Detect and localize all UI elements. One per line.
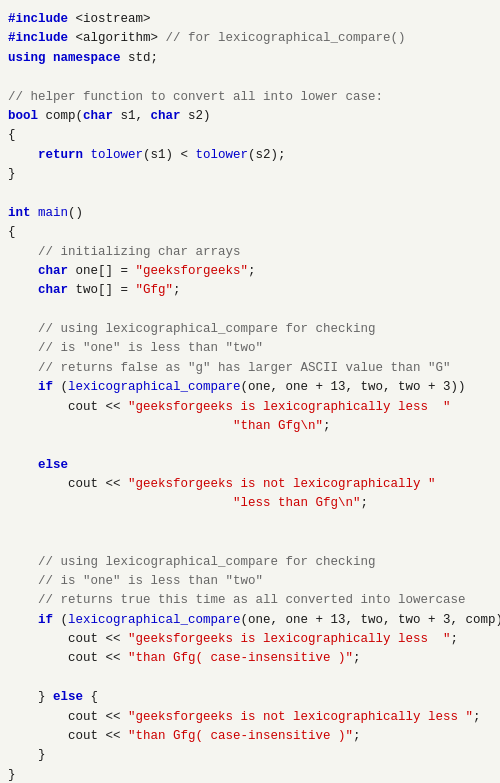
code-line: cout << "than Gfg( case-insensitive )"; bbox=[8, 649, 492, 668]
code-container: #include <iostream> #include <algorithm>… bbox=[0, 0, 500, 783]
code-line-empty bbox=[8, 301, 492, 320]
code-line: int main() bbox=[8, 204, 492, 223]
code-line: if (lexicographical_compare(one, one + 1… bbox=[8, 611, 492, 630]
code-line-empty bbox=[8, 68, 492, 87]
code-line-empty bbox=[8, 436, 492, 455]
code-line: char two[] = "Gfg"; bbox=[8, 281, 492, 300]
code-line: cout << "geeksforgeeks is not lexicograp… bbox=[8, 708, 492, 727]
code-line: { bbox=[8, 223, 492, 242]
code-line: // returns true this time as all convert… bbox=[8, 591, 492, 610]
code-line: #include <algorithm> // for lexicographi… bbox=[8, 29, 492, 48]
code-line: } bbox=[8, 746, 492, 765]
code-line: // using lexicographical_compare for che… bbox=[8, 553, 492, 572]
code-line: // using lexicographical_compare for che… bbox=[8, 320, 492, 339]
code-line: } bbox=[8, 165, 492, 184]
code-line: // is "one" is less than "two" bbox=[8, 572, 492, 591]
keyword: #include bbox=[8, 31, 68, 45]
code-line: #include <iostream> bbox=[8, 10, 492, 29]
code-line: cout << "than Gfg( case-insensitive )"; bbox=[8, 727, 492, 746]
code-line: cout << "geeksforgeeks is lexicographica… bbox=[8, 398, 492, 417]
code-line: cout << "geeksforgeeks is lexicographica… bbox=[8, 630, 492, 649]
keyword: #include bbox=[8, 12, 68, 26]
code-line: // initializing char arrays bbox=[8, 243, 492, 262]
code-line: bool comp(char s1, char s2) bbox=[8, 107, 492, 126]
code-line: return tolower(s1) < tolower(s2); bbox=[8, 146, 492, 165]
code-line: using namespace std; bbox=[8, 49, 492, 68]
code-line: // is "one" is less than "two" bbox=[8, 339, 492, 358]
code-line: { bbox=[8, 126, 492, 145]
code-line-empty bbox=[8, 669, 492, 688]
code-line: else bbox=[8, 456, 492, 475]
code-line: // helper function to convert all into l… bbox=[8, 88, 492, 107]
code-line: "less than Gfg\n"; bbox=[8, 494, 492, 513]
code-line: } bbox=[8, 766, 492, 783]
code-line: cout << "geeksforgeeks is not lexicograp… bbox=[8, 475, 492, 494]
code-line-empty bbox=[8, 514, 492, 533]
code-line: "than Gfg\n"; bbox=[8, 417, 492, 436]
code-line-empty bbox=[8, 533, 492, 552]
code-line: if (lexicographical_compare(one, one + 1… bbox=[8, 378, 492, 397]
code-line: } else { bbox=[8, 688, 492, 707]
code-line: char one[] = "geeksforgeeks"; bbox=[8, 262, 492, 281]
code-line: // returns false as "g" has larger ASCII… bbox=[8, 359, 492, 378]
code-line-empty bbox=[8, 184, 492, 203]
